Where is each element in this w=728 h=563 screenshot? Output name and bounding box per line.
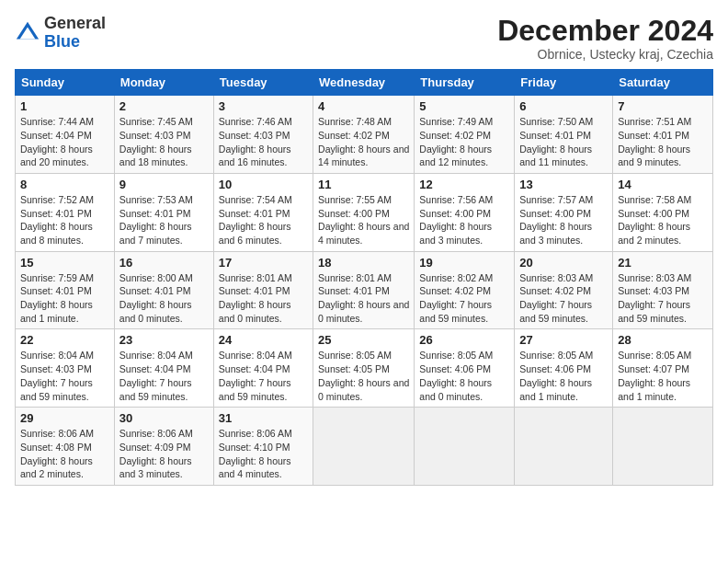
calendar-day-25: 25Sunrise: 8:05 AMSunset: 4:05 PMDayligh… [313, 329, 415, 408]
logo-general: General [44, 14, 106, 32]
weekday-header-row: SundayMondayTuesdayWednesdayThursdayFrid… [16, 70, 713, 96]
calendar-week-1: 1Sunrise: 7:44 AMSunset: 4:04 PMDaylight… [16, 96, 713, 174]
calendar-day-26: 26Sunrise: 8:05 AMSunset: 4:06 PMDayligh… [415, 329, 515, 408]
calendar-day-24: 24Sunrise: 8:04 AMSunset: 4:04 PMDayligh… [213, 329, 313, 408]
calendar-day-27: 27Sunrise: 8:05 AMSunset: 4:06 PMDayligh… [515, 329, 613, 408]
calendar-day-9: 9Sunrise: 7:53 AMSunset: 4:01 PMDaylight… [114, 173, 213, 251]
calendar-day-8: 8Sunrise: 7:52 AMSunset: 4:01 PMDaylight… [16, 173, 115, 251]
calendar-day-30: 30Sunrise: 8:06 AMSunset: 4:09 PMDayligh… [114, 408, 213, 486]
calendar-day-23: 23Sunrise: 8:04 AMSunset: 4:04 PMDayligh… [114, 329, 213, 408]
weekday-header-friday: Friday [515, 70, 613, 96]
calendar-day-15: 15Sunrise: 7:59 AMSunset: 4:01 PMDayligh… [16, 251, 115, 329]
calendar-day-11: 11Sunrise: 7:55 AMSunset: 4:00 PMDayligh… [313, 173, 415, 251]
logo: General Blue [15, 15, 106, 52]
calendar-day-13: 13Sunrise: 7:57 AMSunset: 4:00 PMDayligh… [515, 173, 613, 251]
calendar-day-28: 28Sunrise: 8:05 AMSunset: 4:07 PMDayligh… [613, 329, 713, 408]
calendar-day-22: 22Sunrise: 8:04 AMSunset: 4:03 PMDayligh… [16, 329, 115, 408]
page-header: General Blue December 2024 Obrnice, Uste… [15, 15, 713, 62]
calendar-week-4: 22Sunrise: 8:04 AMSunset: 4:03 PMDayligh… [16, 329, 713, 408]
calendar-day-17: 17Sunrise: 8:01 AMSunset: 4:01 PMDayligh… [213, 251, 313, 329]
weekday-header-thursday: Thursday [415, 70, 515, 96]
month-title: December 2024 [497, 15, 713, 47]
calendar-day-19: 19Sunrise: 8:02 AMSunset: 4:02 PMDayligh… [415, 251, 515, 329]
calendar-day-empty [613, 408, 713, 486]
calendar-day-4: 4Sunrise: 7:48 AMSunset: 4:02 PMDaylight… [313, 96, 415, 174]
weekday-header-wednesday: Wednesday [313, 70, 415, 96]
calendar-day-5: 5Sunrise: 7:49 AMSunset: 4:02 PMDaylight… [415, 96, 515, 174]
logo-blue: Blue [44, 32, 80, 51]
calendar-day-12: 12Sunrise: 7:56 AMSunset: 4:00 PMDayligh… [415, 173, 515, 251]
calendar-day-3: 3Sunrise: 7:46 AMSunset: 4:03 PMDaylight… [213, 96, 313, 174]
calendar-day-1: 1Sunrise: 7:44 AMSunset: 4:04 PMDaylight… [16, 96, 115, 174]
calendar-week-5: 29Sunrise: 8:06 AMSunset: 4:08 PMDayligh… [16, 408, 713, 486]
calendar-day-2: 2Sunrise: 7:45 AMSunset: 4:03 PMDaylight… [114, 96, 213, 174]
logo-text: General Blue [44, 15, 106, 52]
calendar-day-7: 7Sunrise: 7:51 AMSunset: 4:01 PMDaylight… [613, 96, 713, 174]
calendar-day-29: 29Sunrise: 8:06 AMSunset: 4:08 PMDayligh… [16, 408, 115, 486]
logo-icon [15, 20, 40, 46]
calendar-day-21: 21Sunrise: 8:03 AMSunset: 4:03 PMDayligh… [613, 251, 713, 329]
calendar-day-empty [313, 408, 415, 486]
weekday-header-tuesday: Tuesday [213, 70, 313, 96]
calendar-day-10: 10Sunrise: 7:54 AMSunset: 4:01 PMDayligh… [213, 173, 313, 251]
calendar-week-2: 8Sunrise: 7:52 AMSunset: 4:01 PMDaylight… [16, 173, 713, 251]
weekday-header-monday: Monday [114, 70, 213, 96]
calendar-day-18: 18Sunrise: 8:01 AMSunset: 4:01 PMDayligh… [313, 251, 415, 329]
calendar-table: SundayMondayTuesdayWednesdayThursdayFrid… [15, 69, 713, 486]
location-title: Obrnice, Ustecky kraj, Czechia [497, 47, 713, 62]
calendar-day-16: 16Sunrise: 8:00 AMSunset: 4:01 PMDayligh… [114, 251, 213, 329]
calendar-day-empty [515, 408, 613, 486]
weekday-header-sunday: Sunday [16, 70, 115, 96]
calendar-day-20: 20Sunrise: 8:03 AMSunset: 4:02 PMDayligh… [515, 251, 613, 329]
calendar-day-14: 14Sunrise: 7:58 AMSunset: 4:00 PMDayligh… [613, 173, 713, 251]
title-area: December 2024 Obrnice, Ustecky kraj, Cze… [497, 15, 713, 62]
calendar-day-31: 31Sunrise: 8:06 AMSunset: 4:10 PMDayligh… [213, 408, 313, 486]
calendar-week-3: 15Sunrise: 7:59 AMSunset: 4:01 PMDayligh… [16, 251, 713, 329]
calendar-day-empty [415, 408, 515, 486]
calendar-day-6: 6Sunrise: 7:50 AMSunset: 4:01 PMDaylight… [515, 96, 613, 174]
weekday-header-saturday: Saturday [613, 70, 713, 96]
